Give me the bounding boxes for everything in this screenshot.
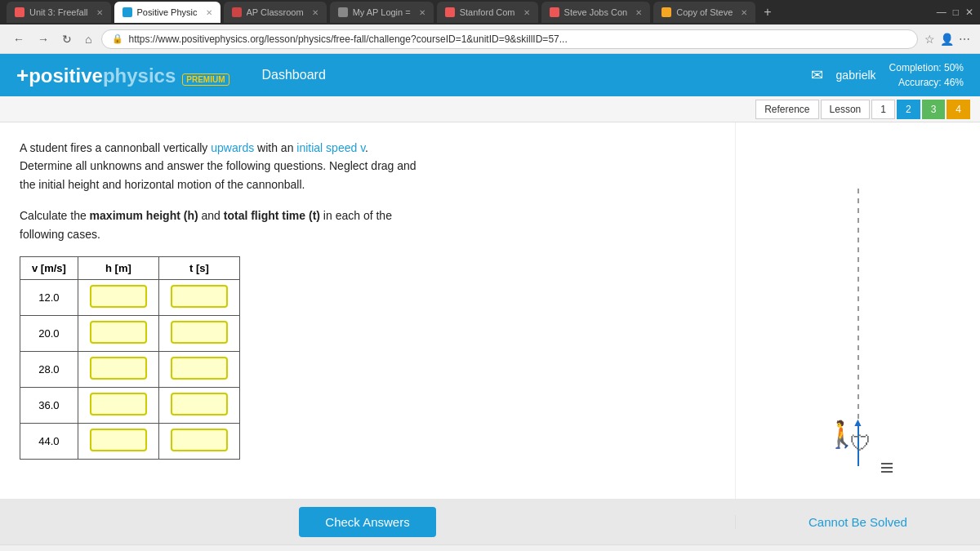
forward-button[interactable]: → <box>34 31 52 47</box>
col-header-t: t [s] <box>158 256 239 279</box>
check-answers-button[interactable]: Check Answers <box>299 507 435 537</box>
table-row: 20.0 <box>20 315 240 351</box>
home-button[interactable]: ⌂ <box>82 31 95 47</box>
h-input-4[interactable] <box>78 387 158 423</box>
t-input-2[interactable] <box>158 315 239 351</box>
logo-physics: physics <box>103 64 176 87</box>
h-input-5[interactable] <box>78 423 158 459</box>
line-3 <box>881 471 893 473</box>
table-row: 12.0 <box>20 279 240 315</box>
tab-copy-of-steve[interactable]: Copy of Steve ✕ <box>653 2 755 23</box>
tab-close-icon[interactable]: ✕ <box>741 8 747 17</box>
cannot-solve-area: Cannot Be Solved <box>735 515 980 529</box>
tab-close-icon[interactable]: ✕ <box>312 8 318 17</box>
username-label: gabrielk <box>836 69 876 82</box>
app-header: + positive physics PREMIUM Dashboard ✉ g… <box>0 54 980 96</box>
url-input[interactable]: 🔒 https://www.positivephysics.org/lesson… <box>101 29 918 49</box>
logo-plus: + <box>16 63 29 88</box>
problem-area: A student fires a cannonball vertically … <box>0 122 735 499</box>
maximize-icon[interactable]: □ <box>953 7 959 18</box>
new-tab-button[interactable]: + <box>764 5 771 20</box>
extensions-icon[interactable]: ⋯ <box>959 33 970 46</box>
h-input-1[interactable] <box>78 279 158 315</box>
col-header-h: h [m] <box>78 256 158 279</box>
v-value-4: 36.0 <box>20 387 78 423</box>
cannot-be-solved-button[interactable]: Cannot Be Solved <box>808 515 907 529</box>
tab-close-icon[interactable]: ✕ <box>523 8 530 17</box>
window-controls: — □ ✕ <box>937 7 973 18</box>
tab-unit-freefall[interactable]: Unit 3: Freefall ✕ <box>7 2 111 23</box>
tab-steve-jobs[interactable]: Steve Jobs Con ✕ <box>541 2 651 23</box>
completion-label: Completion: 50% <box>889 60 964 75</box>
logo-premium: PREMIUM <box>182 73 229 86</box>
check-answers-area: Check Answers <box>0 507 735 537</box>
t-input-4[interactable] <box>158 387 239 423</box>
v-value-1: 12.0 <box>20 279 78 315</box>
problem-instruction: Calculate the maximum height (h) and tot… <box>20 207 715 243</box>
header-right: ✉ gabrielk Completion: 50% Accuracy: 46% <box>811 60 964 90</box>
tab-close-icon[interactable]: ✕ <box>96 8 103 17</box>
tab-stanford[interactable]: Stanford Com ✕ <box>437 2 538 23</box>
url-text: https://www.positivephysics.org/lesson/p… <box>128 33 567 45</box>
tab-positive-physics[interactable]: Positive Physic ✕ <box>114 2 220 23</box>
lesson-button[interactable]: Lesson <box>821 100 871 119</box>
t-input-3[interactable] <box>158 351 239 387</box>
back-button[interactable]: ← <box>10 31 28 47</box>
tab-my-ap-login[interactable]: My AP Login = ✕ <box>330 2 434 23</box>
tab-ap-classroom[interactable]: AP Classroom ✕ <box>224 2 327 23</box>
reference-button[interactable]: Reference <box>755 100 818 119</box>
line-2 <box>881 467 893 469</box>
illustration-area: 🚶 🛡 <box>735 122 980 499</box>
tab-close-icon[interactable]: ✕ <box>419 8 425 17</box>
page-1-button[interactable]: 1 <box>871 100 895 119</box>
completion-info: Completion: 50% Accuracy: 46% <box>889 60 964 90</box>
t-input-1[interactable] <box>158 279 239 315</box>
trajectory-line <box>858 189 859 433</box>
line-1 <box>881 463 893 464</box>
bottom-bar: Unit 3: Free-Fall, Challenge Using g = 1… <box>0 544 980 551</box>
mail-icon[interactable]: ✉ <box>811 66 823 84</box>
main-content: A student fires a cannonball vertically … <box>0 122 980 499</box>
t-input-5[interactable] <box>158 423 239 459</box>
logo-positive: positive <box>29 64 103 87</box>
close-icon[interactable]: ✕ <box>965 7 973 18</box>
lines-decoration <box>881 463 893 473</box>
table-row: 28.0 <box>20 351 240 387</box>
tab-close-icon[interactable]: ✕ <box>635 8 642 17</box>
h-input-3[interactable] <box>78 351 158 387</box>
page-3-button[interactable]: 3 <box>922 100 946 119</box>
h-input-2[interactable] <box>78 315 158 351</box>
col-header-v: v [m/s] <box>20 256 78 279</box>
address-bar: ← → ↻ ⌂ 🔒 https://www.positivephysics.or… <box>0 24 980 54</box>
sub-nav: Reference Lesson 1 2 3 4 <box>0 96 980 122</box>
lock-icon: 🔒 <box>112 33 123 44</box>
minimize-icon[interactable]: — <box>937 7 947 18</box>
dashboard-link[interactable]: Dashboard <box>262 68 326 82</box>
v-value-3: 28.0 <box>20 351 78 387</box>
tab-close-icon[interactable]: ✕ <box>206 8 212 17</box>
v-value-5: 44.0 <box>20 423 78 459</box>
refresh-button[interactable]: ↻ <box>59 31 75 47</box>
logo: + positive physics PREMIUM <box>16 63 229 88</box>
page-2-button[interactable]: 2 <box>897 100 920 119</box>
profile-icon[interactable]: 👤 <box>940 33 954 46</box>
favorites-icon[interactable]: ☆ <box>924 33 935 46</box>
accuracy-label: Accuracy: 46% <box>889 75 964 90</box>
page-4-button[interactable]: 4 <box>947 100 970 119</box>
action-bar: Check Answers Cannot Be Solved <box>0 499 980 544</box>
shield-icon: 🛡 <box>850 431 871 456</box>
v-value-2: 20.0 <box>20 315 78 351</box>
table-row: 44.0 <box>20 423 240 459</box>
problem-description: A student fires a cannonball vertically … <box>20 139 715 193</box>
table-row: 36.0 <box>20 387 240 423</box>
data-table: v [m/s] h [m] t [s] 12.0 20.0 28.0 <box>20 256 240 460</box>
browser-tabs: Unit 3: Freefall ✕ Positive Physic ✕ AP … <box>0 0 980 24</box>
browser-toolbar-icons: ☆ 👤 ⋯ <box>924 33 970 46</box>
cannonball-illustration: 🚶 🛡 <box>744 180 972 491</box>
